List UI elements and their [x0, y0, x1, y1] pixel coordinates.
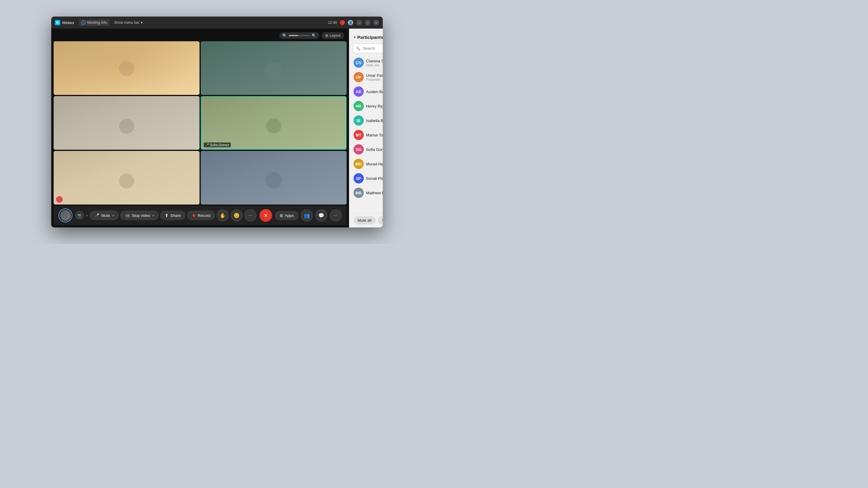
- participant-name-sofia-gomez: Sofia Gomez: [366, 147, 383, 152]
- participant-name-text: Sofia Gomez: [210, 143, 229, 147]
- emoji-button[interactable]: 😊: [230, 209, 243, 221]
- avatar-sonali-pitchard: SP: [353, 173, 364, 184]
- camera-toggle-button[interactable]: 📷: [75, 211, 84, 220]
- bottom-toolbar: 📷 ▾ 🎤 Mute ▾ 📹 Stop video ▾: [54, 206, 347, 225]
- participant-row-clarissa-smith: CS Clarissa Smith Host, me ▭ 🎤: [350, 56, 383, 70]
- avatar-clarissa-smith: CS: [353, 58, 364, 68]
- participant-name-murad-higgins: Murad Higgins: [366, 162, 383, 166]
- participants-button[interactable]: 👥: [301, 209, 313, 221]
- video-cell-sofia-gomez: 🎤 Sofia Gomez: [201, 96, 347, 150]
- show-menu-bar-button[interactable]: Show menu bar ▾: [114, 21, 143, 25]
- participant-info-marise-torres: Marise Torres: [366, 133, 383, 137]
- participant-info-sonali-pitchard: Sonali Pitchard: [366, 176, 383, 181]
- mute-label: Mute: [101, 213, 110, 218]
- participant-name-isabella-brennan: Isabella Brennan: [366, 119, 383, 123]
- camera-arrow-btn[interactable]: ▾: [86, 214, 88, 218]
- video-cell-6: [201, 151, 347, 204]
- participants-list: CS Clarissa Smith Host, me ▭ 🎤 UP Umar P…: [349, 56, 383, 213]
- zoom-control[interactable]: 🔍 🔍: [279, 32, 319, 39]
- participant-name-umar-patel: Umar Patel: [366, 73, 383, 78]
- participant-info-umar-patel: Umar Patel Presenter: [366, 73, 383, 82]
- video-cell-1: [54, 41, 199, 95]
- maximize-button[interactable]: □: [365, 20, 371, 26]
- end-call-button[interactable]: ✕: [259, 209, 272, 222]
- app-name: Webex: [62, 21, 74, 25]
- meeting-info-button[interactable]: i Meeting info: [79, 19, 109, 26]
- video-area: 🔍 🔍 ⊞ Layout: [51, 29, 349, 227]
- participant-name-sonali-pitchard: Sonali Pitchard: [366, 176, 383, 181]
- title-bar: W Webex i Meeting info Show menu bar ▾ 1…: [51, 17, 383, 29]
- participant-info-clarissa-smith: Clarissa Smith Host, me: [366, 59, 383, 67]
- time-display: 12:40: [328, 21, 337, 25]
- local-avatar: [60, 210, 71, 221]
- search-icon: 🔍: [356, 46, 361, 51]
- video-cell-5: 🚫: [54, 151, 199, 204]
- record-icon: ⏺: [192, 213, 196, 218]
- webex-logo-icon: W: [55, 20, 60, 25]
- stop-video-button[interactable]: 📹 Stop video ▾: [120, 211, 158, 220]
- search-bar: 🔍 ⇅: [353, 44, 383, 53]
- mute-all-button[interactable]: Mute all: [353, 216, 376, 224]
- apps-button[interactable]: ⊞ Apps: [275, 211, 299, 220]
- mic-icon: 🎤: [94, 213, 99, 218]
- participant-info-isabella-brennan: Isabella Brennan: [366, 119, 383, 123]
- avatar-sofia-gomez: SG: [353, 144, 364, 155]
- layout-label: Layout: [330, 33, 341, 38]
- panel-title: Participants (10): [358, 35, 383, 40]
- avatar-isabella-brennan: IB: [353, 116, 364, 126]
- local-video-preview[interactable]: [59, 208, 72, 222]
- user-avatar-small: 👤: [348, 20, 353, 25]
- participant-name-marise-torres: Marise Torres: [366, 133, 383, 137]
- stop-video-label: Stop video: [132, 213, 150, 218]
- layout-button[interactable]: ⊞ Layout: [321, 32, 344, 39]
- video-grid: 🎤 Sofia Gomez 🚫: [54, 41, 347, 204]
- app-logo: W Webex: [55, 20, 74, 25]
- zoom-fill: [289, 35, 299, 36]
- participant-info-henry-riggs: Henry Riggs: [366, 104, 383, 108]
- participant-row-sonali-pitchard: SP Sonali Pitchard ▭ 🎤: [350, 171, 383, 186]
- chevron-down-icon: ▾: [141, 21, 143, 25]
- zoom-slider[interactable]: [289, 35, 310, 36]
- participants-title-text: Participants: [358, 35, 383, 40]
- participant-row-sofia-gomez: SG Sofia Gomez ▭ 🎤: [350, 142, 383, 157]
- participant-role-umar-patel: Presenter: [366, 78, 383, 82]
- more-button[interactable]: ···: [244, 209, 256, 221]
- minimize-button[interactable]: —: [356, 20, 362, 26]
- video-dropdown-arrow[interactable]: ▾: [153, 214, 154, 217]
- participant-row-murad-higgins: MH Murad Higgins ▭ 🎤: [350, 157, 383, 171]
- video-icon: 📹: [125, 213, 130, 218]
- mute-button[interactable]: 🎤 Mute ▾: [90, 211, 119, 220]
- participant-info-matthew-baker: Matthew Baker: [366, 191, 383, 195]
- title-bar-right: 12:40 👤 — □ ✕: [328, 20, 379, 26]
- participant-name-label: 🎤 Sofia Gomez: [204, 142, 231, 147]
- avatar-austen-baker: AB: [353, 87, 364, 97]
- chat-button[interactable]: 💬: [315, 209, 327, 221]
- participant-role-clarissa-smith: Host, me: [366, 63, 383, 67]
- reactions-button[interactable]: ✋: [217, 209, 229, 221]
- unmute-all-button[interactable]: Unmute all: [378, 216, 383, 224]
- close-button[interactable]: ✕: [373, 20, 379, 26]
- participant-name-austen-baker: Austen Baker: [366, 90, 383, 94]
- zoom-in-icon: 🔍: [312, 33, 316, 38]
- avatar-murad-higgins: MH: [353, 159, 364, 169]
- zoom-out-icon: 🔍: [282, 33, 287, 38]
- participant-info-sofia-gomez: Sofia Gomez: [366, 147, 383, 152]
- participant-name-henry-riggs: Henry Riggs: [366, 104, 383, 108]
- show-menu-bar-label: Show menu bar: [114, 21, 140, 25]
- participants-panel: ▾ Participants (10) ⤢ ✕ 🔍 ⇅ CS: [349, 29, 383, 227]
- svg-text:i: i: [83, 22, 84, 24]
- mute-dropdown-arrow[interactable]: ▾: [113, 214, 114, 217]
- avatar-matthew-baker: MB: [353, 188, 364, 198]
- participant-row-austen-baker: AB Austen Baker ▭ ▭ 🎤: [350, 84, 383, 99]
- share-label: Share: [170, 213, 181, 218]
- panel-chevron-icon[interactable]: ▾: [353, 35, 355, 39]
- window-controls: — □ ✕: [356, 20, 379, 26]
- recording-indicator: [340, 20, 345, 25]
- participant-row-umar-patel: UP Umar Patel Presenter ▭ 🎤: [350, 70, 383, 84]
- participant-name-clarissa-smith: Clarissa Smith: [366, 59, 383, 63]
- participant-row-henry-riggs: HR Henry Riggs ✋ ▭ 🎤: [350, 99, 383, 113]
- participant-info-murad-higgins: Murad Higgins: [366, 162, 383, 166]
- record-button[interactable]: ⏺ Record: [187, 211, 215, 220]
- share-button[interactable]: ⬆ Share: [160, 211, 185, 220]
- overflow-button[interactable]: ···: [330, 209, 342, 221]
